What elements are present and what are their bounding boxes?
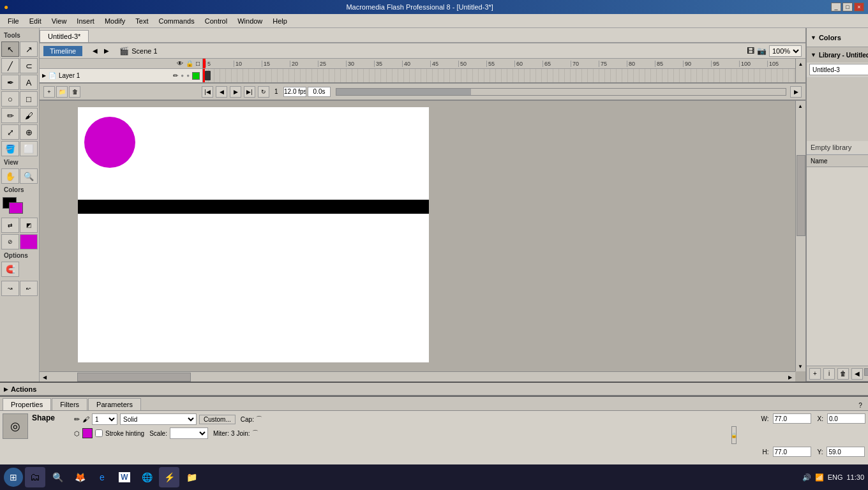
y-input[interactable] <box>827 447 865 457</box>
w-input[interactable] <box>773 413 811 424</box>
menu-control[interactable]: Control <box>200 16 232 26</box>
menu-file[interactable]: File <box>3 16 24 26</box>
menu-help[interactable]: Help <box>267 16 292 26</box>
menu-modify[interactable]: Modify <box>100 16 130 26</box>
text-tool[interactable]: A <box>20 75 38 90</box>
hand-tool[interactable]: ✋ <box>1 168 19 184</box>
timeline-tab[interactable]: Timeline <box>43 46 82 56</box>
frame-nav-back[interactable]: ◀ <box>216 86 227 98</box>
canvas-scroll-v[interactable]: ▲ ▼ <box>795 101 805 371</box>
outline-icon[interactable]: □ <box>196 60 200 67</box>
fill-color-box[interactable] <box>9 202 23 214</box>
frame-scroll-right[interactable]: ▶ <box>790 86 802 98</box>
canvas-scroll-h[interactable]: ◀ ▶ <box>40 371 795 382</box>
scroll-right-btn[interactable]: ▶ <box>785 372 795 382</box>
menu-commands[interactable]: Commands <box>153 16 199 26</box>
lasso-tool[interactable]: ⊂ <box>20 58 38 73</box>
tab-parameters[interactable]: Parameters <box>88 398 141 410</box>
frame-nav-fwd[interactable]: ▶| <box>244 86 255 98</box>
frame-nav-start[interactable]: |◀ <box>202 86 213 98</box>
eraser-tool[interactable]: ⬜ <box>20 141 38 156</box>
add-folder-btn[interactable]: 📁 <box>56 86 68 98</box>
tab-filters[interactable]: Filters <box>52 398 87 410</box>
timeline-scroll-up[interactable]: ▲ <box>795 59 805 69</box>
props-help-btn[interactable]: ? <box>855 400 865 410</box>
freexform-tool[interactable]: ⤢ <box>1 124 19 140</box>
scroll-left-btn[interactable]: ◀ <box>40 372 50 382</box>
menu-text[interactable]: Text <box>130 16 153 26</box>
time-input[interactable] <box>308 87 331 97</box>
taskbar-search[interactable]: 🔍 <box>47 467 68 487</box>
minimize-button[interactable]: _ <box>831 3 841 11</box>
taskbar-ie2[interactable]: 🌐 <box>137 467 157 487</box>
pen-tool[interactable]: ✒ <box>1 75 19 90</box>
add-layer-btn[interactable]: + <box>43 86 55 98</box>
lock-layer-icon[interactable]: 🔒 <box>186 60 193 67</box>
no-color-btn[interactable]: ⊘ <box>1 234 19 249</box>
line-tool[interactable]: ╱ <box>1 58 19 73</box>
delete-layer-btn[interactable]: 🗑 <box>69 86 80 98</box>
doc-tab[interactable]: Untitled-3* <box>40 30 89 42</box>
lib-delete-btn[interactable]: 🗑 <box>837 368 849 380</box>
play-btn[interactable]: ▶ <box>230 86 241 98</box>
layer-pencil-icon[interactable]: ✏ <box>173 72 178 79</box>
actions-arrow[interactable]: ▶ <box>4 386 8 392</box>
option-1[interactable]: ↝ <box>1 281 19 296</box>
lib-add-symbol-btn[interactable]: + <box>809 368 821 380</box>
taskbar-explore[interactable]: 🗂 <box>25 467 45 487</box>
option-2[interactable]: ↜ <box>20 281 38 296</box>
taskbar-word[interactable]: W <box>114 467 135 487</box>
tab-properties[interactable]: Properties <box>3 398 51 410</box>
eye-icon[interactable]: 👁 <box>177 60 183 67</box>
zoom-tool[interactable]: 🔍 <box>20 168 38 184</box>
lock-proportions-btn[interactable]: 🔒 <box>731 426 737 444</box>
scroll-up-btn[interactable]: ▲ <box>795 101 805 111</box>
taskbar-dir[interactable]: 📁 <box>181 467 202 487</box>
taskbar-firefox[interactable]: 🦊 <box>70 467 90 487</box>
stroke-style-select[interactable]: Solid <box>120 413 197 425</box>
taskbar-ie[interactable]: e <box>92 467 112 487</box>
stage-circle[interactable] <box>84 117 135 168</box>
stroke-num-select[interactable]: 1 <box>92 413 117 425</box>
magnet-option[interactable]: 🧲 <box>1 262 19 277</box>
fps-input[interactable] <box>283 87 306 97</box>
loop-btn[interactable]: ↻ <box>258 86 269 98</box>
stage-rect[interactable] <box>78 200 429 214</box>
zoom-select[interactable]: 100% <box>769 45 802 57</box>
default-colors-btn[interactable]: ◩ <box>20 218 38 233</box>
subselect-tool[interactable]: ↗ <box>20 41 38 57</box>
scale-select[interactable] <box>170 427 208 439</box>
ink-bucket-tool[interactable]: 🪣 <box>1 141 19 156</box>
menu-insert[interactable]: Insert <box>71 16 100 26</box>
custom-stroke-btn[interactable]: Custom... <box>199 415 236 424</box>
lib-arrow[interactable]: ▼ <box>811 52 816 58</box>
h-input[interactable] <box>773 447 811 457</box>
pencil-tool[interactable]: ✏ <box>1 108 19 123</box>
brush-tool[interactable]: 🖌 <box>20 108 38 123</box>
frames-area[interactable] <box>203 69 795 82</box>
fill-color-swatch[interactable] <box>82 428 93 438</box>
menu-edit[interactable]: Edit <box>24 16 47 26</box>
color-arrow[interactable]: ▼ <box>811 34 816 41</box>
taskbar-flash[interactable]: ⚡ <box>159 467 179 487</box>
menu-window[interactable]: Window <box>232 16 267 26</box>
lib-properties-btn[interactable]: i <box>823 368 835 380</box>
swap-colors-btn[interactable]: ⇄ <box>1 218 19 233</box>
scroll-down-btn[interactable]: ▼ <box>795 361 805 371</box>
menu-view[interactable]: View <box>47 16 72 26</box>
lib-scroll-left[interactable]: ◀ <box>851 368 863 380</box>
x-input[interactable] <box>827 413 865 424</box>
stroke-hint-checkbox[interactable] <box>95 429 103 437</box>
swatch-btn[interactable] <box>20 234 38 249</box>
maximize-button[interactable]: □ <box>842 3 853 11</box>
close-button[interactable]: × <box>854 3 864 11</box>
start-button[interactable]: ⊞ <box>4 468 23 487</box>
canvas-area[interactable]: ▲ ▼ ◀ ▶ <box>40 101 805 382</box>
library-doc-select[interactable]: Untitled-3 <box>809 64 868 75</box>
arrow-tool[interactable]: ↖ <box>1 41 19 57</box>
frame-scrollbar[interactable] <box>336 88 786 96</box>
rect-tool[interactable]: □ <box>20 91 38 107</box>
layer-color-box[interactable] <box>192 72 200 80</box>
timeline-nav-back[interactable]: ◀ <box>93 47 98 54</box>
timeline-nav-fwd[interactable]: ▶ <box>104 47 109 54</box>
